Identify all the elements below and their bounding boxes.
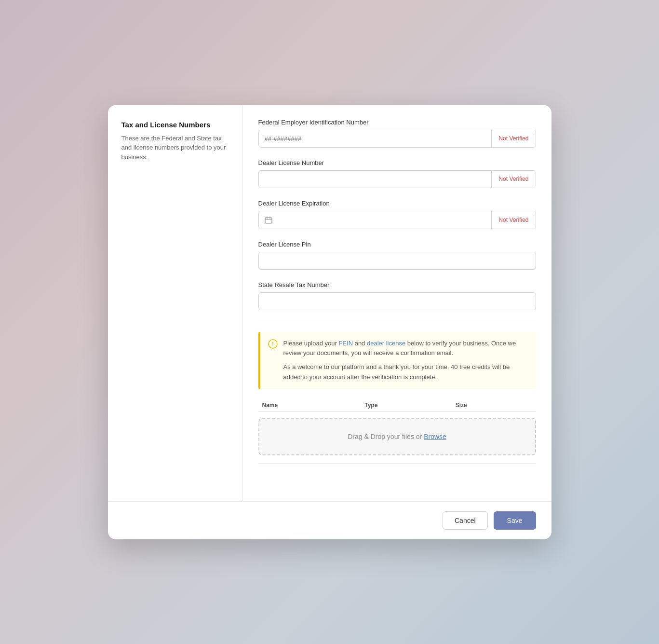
col-size: Size <box>452 399 536 412</box>
panel-title: Tax and License Numbers <box>121 121 229 129</box>
dealer-expiration-label: Dealer License Expiration <box>258 200 536 207</box>
dealer-pin-label: Dealer License Pin <box>258 241 536 248</box>
fein-not-verified-badge: Not Verified <box>491 130 535 147</box>
file-table-header-row: Name Type Size <box>258 399 536 412</box>
dealer-license-link[interactable]: dealer license <box>367 340 405 347</box>
drop-zone[interactable]: Drag & Drop your files or Browse <box>258 418 536 455</box>
dealer-license-field-group: Dealer License Number Not Verified <box>258 159 536 188</box>
notice-line1-pre: Please upload your <box>283 340 339 347</box>
dealer-license-not-verified-badge: Not Verified <box>491 171 535 188</box>
left-panel: Tax and License Numbers These are the Fe… <box>108 105 243 501</box>
fein-input[interactable] <box>259 130 492 147</box>
state-resale-input[interactable] <box>258 292 536 310</box>
col-name: Name <box>258 399 361 412</box>
dealer-license-label: Dealer License Number <box>258 159 536 166</box>
drop-zone-pre-text: Drag & Drop your files or <box>348 433 424 440</box>
section-divider <box>258 322 536 322</box>
dealer-expiration-field-group: Dealer License Expiration Not Verif <box>258 200 536 229</box>
svg-rect-0 <box>265 218 272 223</box>
warning-icon <box>268 339 278 349</box>
col-type: Type <box>361 399 451 412</box>
dealer-expiration-input-wrapper: Not Verified <box>258 211 536 229</box>
browse-link[interactable]: Browse <box>424 433 446 440</box>
fein-label: Federal Employer Identification Number <box>258 119 536 126</box>
file-table: Name Type Size <box>258 399 536 412</box>
dealer-pin-field-group: Dealer License Pin <box>258 241 536 270</box>
dealer-expiration-date-input[interactable] <box>259 211 492 229</box>
notice-line1: Please upload your FEIN and dealer licen… <box>283 339 528 359</box>
svg-point-6 <box>272 345 273 346</box>
notice-line2: As a welcome to our platform and a thank… <box>283 362 528 383</box>
dealer-expiration-not-verified-badge: Not Verified <box>491 211 535 229</box>
bottom-divider <box>258 463 536 464</box>
modal-footer: Cancel Save <box>108 501 551 539</box>
file-table-header: Name Type Size <box>258 399 536 412</box>
dealer-pin-input[interactable] <box>258 252 536 270</box>
save-button[interactable]: Save <box>494 511 536 530</box>
fein-field-group: Federal Employer Identification Number N… <box>258 119 536 148</box>
notice-line1-mid: and <box>353 340 367 347</box>
dealer-license-input-wrapper: Not Verified <box>258 170 536 188</box>
fein-input-wrapper: Not Verified <box>258 130 536 148</box>
modal-body: Tax and License Numbers These are the Fe… <box>108 105 551 501</box>
panel-description: These are the Federal and State tax and … <box>121 134 229 162</box>
notice-box: Please upload your FEIN and dealer licen… <box>258 332 536 389</box>
state-resale-label: State Resale Tax Number <box>258 281 536 288</box>
cancel-button[interactable]: Cancel <box>443 511 488 530</box>
notice-text-block: Please upload your FEIN and dealer licen… <box>283 339 528 383</box>
tax-license-modal: Tax and License Numbers These are the Fe… <box>108 105 551 539</box>
dealer-license-input[interactable] <box>259 171 492 188</box>
right-panel: Federal Employer Identification Number N… <box>243 105 551 501</box>
state-resale-field-group: State Resale Tax Number <box>258 281 536 310</box>
calendar-icon <box>265 216 272 224</box>
drop-zone-text: Drag & Drop your files or Browse <box>348 433 446 440</box>
fein-link[interactable]: FEIN <box>338 340 353 347</box>
